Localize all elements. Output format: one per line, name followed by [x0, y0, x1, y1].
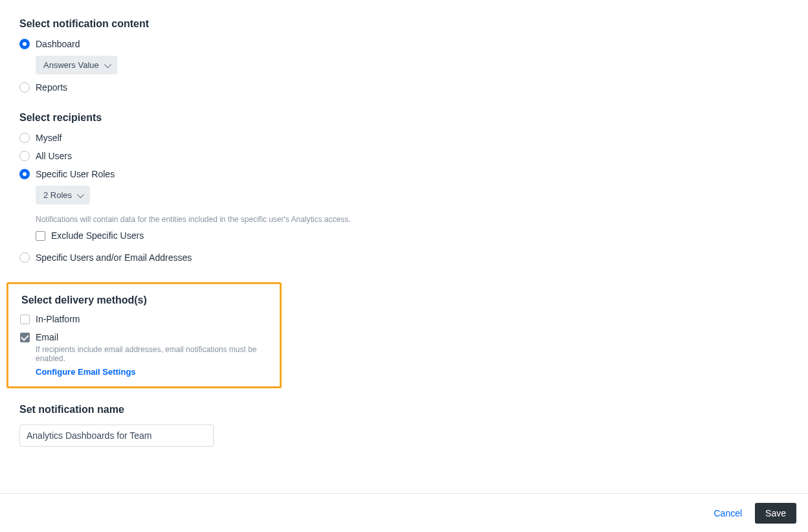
- radio-row-specific-users-emails[interactable]: Specific Users and/or Email Addresses: [19, 252, 789, 263]
- exclude-users-checkbox[interactable]: [36, 231, 45, 241]
- specific-users-emails-radio[interactable]: [19, 252, 30, 263]
- radio-row-reports[interactable]: Reports: [19, 82, 789, 93]
- name-section: Set notification name: [19, 404, 789, 447]
- dashboard-label: Dashboard: [36, 39, 80, 49]
- in-platform-checkbox[interactable]: [20, 315, 30, 324]
- answers-value-select[interactable]: Answers Value: [36, 56, 117, 74]
- exclude-users-label: Exclude Specific Users: [51, 230, 144, 241]
- specific-roles-radio[interactable]: [19, 169, 30, 179]
- in-platform-row[interactable]: In-Platform: [20, 314, 268, 324]
- answers-value-select-label: Answers Value: [43, 60, 99, 70]
- specific-roles-label: Specific User Roles: [36, 169, 115, 179]
- chevron-down-icon: [104, 60, 111, 67]
- delivery-section-highlight: Select delivery method(s) In-Platform Em…: [6, 282, 282, 388]
- reports-radio[interactable]: [19, 82, 30, 93]
- email-row[interactable]: Email: [20, 332, 268, 342]
- email-helper-text: If recipients include email addresses, e…: [36, 345, 268, 363]
- notification-content-title: Select notification content: [19, 18, 789, 30]
- all-users-radio[interactable]: [19, 151, 30, 161]
- radio-row-dashboard[interactable]: Dashboard: [19, 39, 789, 49]
- save-button[interactable]: Save: [755, 503, 796, 524]
- in-platform-label: In-Platform: [36, 314, 80, 324]
- radio-row-myself[interactable]: Myself: [19, 133, 789, 143]
- myself-radio[interactable]: [19, 133, 30, 143]
- notification-name-input[interactable]: [19, 425, 214, 447]
- recipients-title: Select recipients: [19, 112, 789, 124]
- email-label: Email: [36, 332, 58, 342]
- delivery-title: Select delivery method(s): [21, 294, 268, 306]
- reports-label: Reports: [36, 82, 67, 93]
- recipients-section: Select recipients Myself All Users Speci…: [19, 112, 789, 263]
- radio-row-specific-roles[interactable]: Specific User Roles: [19, 169, 789, 179]
- footer-bar: Cancel Save: [0, 493, 808, 532]
- chevron-down-icon: [77, 190, 84, 197]
- radio-row-all-users[interactable]: All Users: [19, 151, 789, 161]
- form-content: Select notification content Dashboard An…: [0, 0, 808, 447]
- myself-label: Myself: [36, 133, 62, 143]
- roles-select-label: 2 Roles: [43, 190, 72, 200]
- configure-email-link[interactable]: Configure Email Settings: [36, 367, 136, 377]
- roles-helper-text: Notifications will contain data for the …: [36, 215, 789, 224]
- name-title: Set notification name: [19, 404, 789, 416]
- roles-select[interactable]: 2 Roles: [36, 186, 90, 205]
- email-checkbox[interactable]: [20, 333, 30, 342]
- specific-users-emails-label: Specific Users and/or Email Addresses: [36, 252, 192, 263]
- cancel-button[interactable]: Cancel: [708, 503, 747, 524]
- notification-content-section: Select notification content Dashboard An…: [19, 18, 789, 93]
- dashboard-radio[interactable]: [19, 39, 30, 49]
- all-users-label: All Users: [36, 151, 72, 161]
- exclude-users-row[interactable]: Exclude Specific Users: [36, 230, 789, 241]
